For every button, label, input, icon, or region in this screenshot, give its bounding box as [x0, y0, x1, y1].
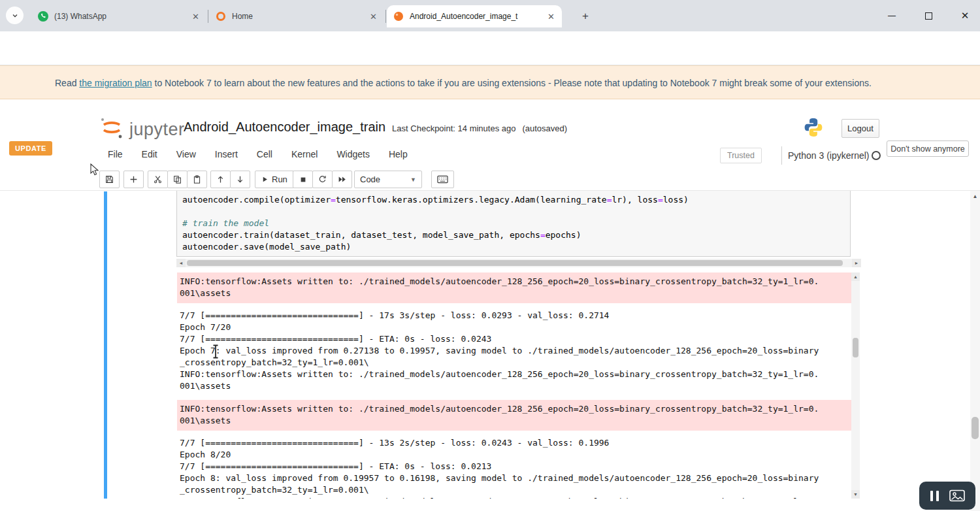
kernel-name: Python 3 (ipykernel): [788, 150, 870, 161]
restart-run-all-button[interactable]: [332, 171, 352, 188]
checkpoint-status: Last Checkpoint: 14 minutes ago: [392, 124, 515, 133]
scrollbar-thumb[interactable]: [972, 417, 979, 439]
tab-close-icon[interactable]: ✕: [368, 11, 379, 22]
python-logo: [804, 118, 823, 140]
stop-icon: [299, 176, 307, 184]
tab-title: Home: [232, 12, 368, 21]
notebook-title-row: Android_Autoencoder_image_train Last Che…: [184, 120, 567, 135]
command-palette-button[interactable]: [431, 171, 454, 188]
scroll-down-icon[interactable]: ▼: [851, 490, 860, 499]
paste-cell-button[interactable]: [187, 171, 207, 188]
maximize-icon: [925, 12, 932, 20]
window-minimize-button[interactable]: —: [877, 0, 907, 31]
update-badge: UPDATE: [9, 141, 52, 156]
output-area: INFO:tensorflow:Assets written to: ./tra…: [177, 272, 851, 499]
code-input[interactable]: autoencoder.compile(optimizer=tensorflow…: [176, 191, 851, 257]
logout-button[interactable]: Logout: [841, 119, 879, 138]
paste-icon: [193, 175, 201, 184]
tab-title: (13) WhatsApp: [54, 12, 190, 21]
scissors-icon: [154, 175, 162, 184]
move-cell-up-button[interactable]: [210, 171, 231, 188]
tab-close-icon[interactable]: ✕: [546, 11, 557, 22]
window-maximize-button[interactable]: [913, 0, 943, 31]
mouse-cursor-arrow: [90, 163, 99, 179]
kernel-status-icon: [872, 151, 881, 160]
code-line: # train the model: [182, 218, 850, 229]
whatsapp-icon: [38, 11, 48, 22]
output-vertical-scrollbar[interactable]: ▲ ▼: [851, 272, 860, 499]
tab-title: Android_Autoencoder_image_t: [410, 12, 546, 21]
pause-icon[interactable]: [930, 491, 939, 501]
copy-icon: [173, 175, 182, 184]
home-icon: [216, 11, 226, 22]
save-icon: [105, 175, 114, 184]
trusted-badge[interactable]: Trusted: [720, 148, 762, 163]
code-lines: autoencoder.compile(optimizer=tensorflow…: [177, 191, 850, 253]
menu-kernel[interactable]: Kernel: [291, 149, 318, 159]
save-button[interactable]: [99, 171, 120, 188]
migration-plan-link[interactable]: the migration plan: [79, 78, 152, 88]
scroll-up-icon[interactable]: ▲: [970, 191, 980, 201]
output-stderr: INFO:tensorflow:Assets written to: ./tra…: [177, 272, 851, 303]
jupyter-icon: [393, 11, 404, 22]
tab-separator: [208, 10, 208, 23]
refresh-icon: [318, 175, 327, 184]
output-stdout: 7/7 [==============================] - 1…: [177, 310, 851, 392]
menu-insert[interactable]: Insert: [215, 149, 238, 159]
output-stdout: 7/7 [==============================] - 1…: [177, 437, 851, 499]
play-icon: [261, 176, 269, 183]
scroll-left-icon[interactable]: ◄: [176, 259, 186, 267]
scrollbar-thumb[interactable]: [187, 260, 843, 266]
autosave-status: (autosaved): [522, 124, 567, 133]
cell-type-select[interactable]: Code ▼: [354, 171, 422, 188]
cut-cell-button[interactable]: [148, 171, 168, 188]
code-line: autoencoder.compile(optimizer=tensorflow…: [182, 194, 850, 206]
run-button[interactable]: Run: [255, 171, 294, 188]
selected-cell-border: [104, 191, 107, 499]
code-line: [182, 206, 850, 218]
scroll-right-icon[interactable]: ►: [852, 259, 861, 267]
browser-window: (13) WhatsApp ✕ Home ✕ Android_Autoencod…: [0, 0, 980, 511]
interrupt-kernel-button[interactable]: [293, 171, 313, 188]
cell-type-value: Code: [360, 174, 380, 184]
code-line: autoencoder.save(model_save_path): [182, 241, 850, 253]
add-cell-button[interactable]: [123, 171, 144, 188]
kernel-separator: [781, 146, 782, 165]
floating-widget: [919, 482, 975, 510]
menu-view[interactable]: View: [176, 149, 196, 159]
menu-file[interactable]: File: [108, 149, 123, 159]
jupyter-logo[interactable]: jupyter: [98, 116, 185, 140]
notebook-title[interactable]: Android_Autoencoder_image_train: [184, 120, 385, 135]
move-cell-down-button[interactable]: [230, 171, 250, 188]
fast-forward-icon: [338, 175, 346, 184]
run-label: Run: [272, 174, 287, 184]
screenshot-icon[interactable]: [949, 489, 965, 502]
arrow-down-icon: [236, 175, 244, 184]
tab-close-icon[interactable]: ✕: [190, 11, 201, 22]
code-horizontal-scrollbar[interactable]: ◄ ►: [176, 259, 861, 267]
tab-notebook[interactable]: Android_Autoencoder_image_t ✕: [387, 5, 562, 27]
dismiss-banner-button[interactable]: Don't show anymore: [887, 140, 969, 157]
plus-icon: [129, 175, 138, 184]
menu-help[interactable]: Help: [389, 149, 408, 159]
tab-whatsapp[interactable]: (13) WhatsApp ✕: [31, 5, 206, 27]
update-banner: UPDATE Read the migration plan to Notebo…: [0, 65, 980, 99]
tab-search-button[interactable]: [6, 7, 24, 24]
banner-text-before: Read: [55, 78, 79, 88]
tab-home[interactable]: Home ✕: [209, 5, 384, 27]
jupyter-logo-text: jupyter: [129, 120, 185, 140]
menu-cell[interactable]: Cell: [257, 149, 272, 159]
menu-widgets[interactable]: Widgets: [336, 149, 370, 159]
menu-edit[interactable]: Edit: [142, 149, 157, 159]
chevron-down-icon: [11, 12, 19, 20]
restart-kernel-button[interactable]: [312, 171, 333, 188]
new-tab-button[interactable]: +: [578, 8, 593, 24]
output-stderr: INFO:tensorflow:Assets written to: ./tra…: [177, 400, 851, 431]
scrollbar-thumb[interactable]: [853, 338, 858, 357]
chevron-down-icon: ▼: [410, 176, 416, 183]
copy-cell-button[interactable]: [167, 171, 188, 188]
scroll-up-icon[interactable]: ▲: [851, 272, 860, 281]
page-scrollbar[interactable]: ▲: [970, 191, 980, 511]
window-close-button[interactable]: ✕: [950, 0, 980, 31]
browser-tab-strip: (13) WhatsApp ✕ Home ✕ Android_Autoencod…: [0, 0, 980, 31]
